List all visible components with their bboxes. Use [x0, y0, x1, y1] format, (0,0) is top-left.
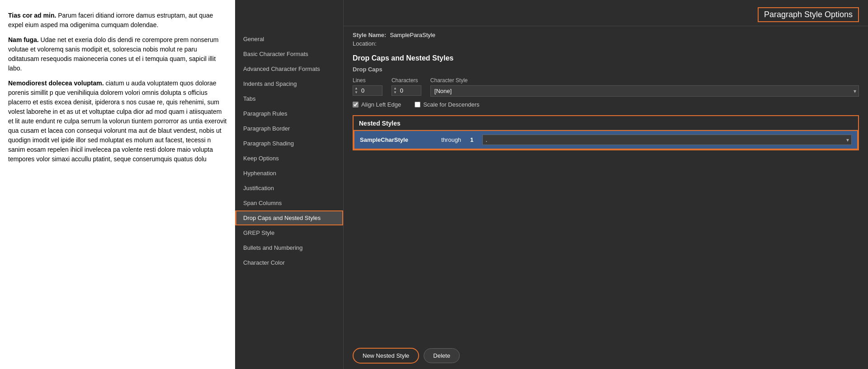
dialog-header: Paragraph Style Options [344, 0, 868, 26]
characters-up-arrow[interactable]: ▲ [393, 87, 397, 90]
para2-bold: Nam fuga. [8, 36, 39, 43]
nav-item-indents[interactable]: Indents and Spacing [235, 76, 343, 91]
lines-up-arrow[interactable]: ▲ [354, 87, 358, 90]
para3-bold: Nemodiorest dolecea voluptam. [8, 79, 104, 87]
nav-item-adv-char[interactable]: Advanced Character Formats [235, 61, 343, 76]
para2-text: Udae net et exeria dolo dis dendi re cor… [8, 36, 218, 72]
char-style-select[interactable]: [None] [430, 85, 859, 97]
nav-panel: General Basic Character Formats Advanced… [235, 0, 344, 369]
para3-text: ciatum u auda voluptatem quos dolorae po… [8, 79, 226, 163]
nav-item-tabs[interactable]: Tabs [235, 91, 343, 106]
scale-descenders-item[interactable]: Scale for Descenders [415, 101, 479, 108]
lines-arrows[interactable]: ▲ ▼ [353, 86, 359, 95]
checkboxes-row: Align Left Edge Scale for Descenders [353, 101, 859, 108]
char-style-select-wrapper: [None] [430, 85, 859, 97]
location-label: Location: [353, 40, 377, 47]
nav-item-justification[interactable]: Justification [235, 181, 343, 196]
nav-item-basic-char[interactable]: Basic Character Formats [235, 47, 343, 61]
nav-item-grep-style[interactable]: GREP Style [235, 225, 343, 240]
section-title: Drop Caps and Nested Styles [344, 51, 868, 64]
nav-item-keep-options[interactable]: Keep Options [235, 151, 343, 166]
nested-styles-section: Nested Styles SampleCharStyle through 1 … [353, 115, 859, 150]
char-style-group: Character Style [None] [430, 77, 859, 97]
align-left-edge-item[interactable]: Align Left Edge [353, 101, 401, 108]
char-style-label: Character Style [430, 77, 859, 84]
nav-item-para-shading[interactable]: Paragraph Shading [235, 136, 343, 151]
lines-input[interactable] [359, 86, 382, 95]
location-row: Location: [353, 40, 859, 47]
document-panel: Tias cor ad min. Parum faceri ditiand io… [0, 0, 235, 369]
nested-style-name: SampleCharStyle [360, 136, 432, 143]
scale-descenders-label: Scale for Descenders [423, 101, 479, 108]
nav-item-para-rules[interactable]: Paragraph Rules [235, 106, 343, 121]
drop-caps-title: Drop Caps [353, 66, 859, 73]
style-meta: Style Name: SampleParaStyle Location: [344, 26, 868, 51]
characters-field-group: Characters ▲ ▼ [392, 77, 421, 96]
nested-style-end-wrapper: . Words Characters Sentences [482, 135, 852, 145]
align-left-edge-checkbox[interactable] [353, 102, 359, 107]
lines-field-group: Lines ▲ ▼ [353, 77, 382, 96]
lines-down-arrow[interactable]: ▼ [354, 91, 358, 94]
style-name-label: Style Name: [353, 32, 386, 38]
nav-item-span-columns[interactable]: Span Columns [235, 196, 343, 210]
nav-item-char-color[interactable]: Character Color [235, 255, 343, 270]
nav-item-hyphenation[interactable]: Hyphenation [235, 166, 343, 181]
scale-descenders-checkbox[interactable] [415, 102, 420, 107]
characters-spinner[interactable]: ▲ ▼ [392, 85, 421, 96]
style-name-row: Style Name: SampleParaStyle [353, 32, 859, 38]
characters-label: Characters [392, 77, 421, 84]
lines-spinner[interactable]: ▲ ▼ [353, 85, 382, 96]
style-name-value: SampleParaStyle [390, 32, 435, 38]
nested-style-count: 1 [470, 136, 473, 143]
align-left-edge-label: Align Left Edge [361, 101, 401, 108]
nested-style-row[interactable]: SampleCharStyle through 1 . Words Charac… [354, 130, 858, 149]
nested-styles-header: Nested Styles [354, 116, 858, 130]
footer-buttons: New Nested Style Delete [344, 342, 868, 369]
nested-style-through: through [441, 136, 461, 143]
nav-item-drop-caps[interactable]: Drop Caps and Nested Styles [235, 210, 343, 225]
nav-item-general[interactable]: General [235, 32, 343, 47]
nav-item-bullets[interactable]: Bullets and Numbering [235, 240, 343, 255]
new-nested-style-button[interactable]: New Nested Style [353, 348, 419, 364]
lines-label: Lines [353, 77, 382, 84]
content-panel: Paragraph Style Options Style Name: Samp… [344, 0, 868, 369]
drop-caps-row: Lines ▲ ▼ Characters ▲ [353, 77, 859, 97]
characters-input[interactable] [398, 86, 421, 95]
characters-arrows[interactable]: ▲ ▼ [392, 86, 398, 95]
nav-item-para-border[interactable]: Paragraph Border [235, 121, 343, 136]
delete-button[interactable]: Delete [424, 348, 460, 363]
characters-down-arrow[interactable]: ▼ [393, 91, 397, 94]
dialog-title: Paragraph Style Options [758, 7, 859, 22]
nested-style-end-select[interactable]: . Words Characters Sentences [482, 135, 852, 145]
content-main: Style Name: SampleParaStyle Location: Dr… [344, 26, 868, 369]
para1-bold: Tias cor ad min. [8, 12, 56, 19]
drop-caps-section: Drop Caps Lines ▲ ▼ Characters [344, 64, 868, 112]
